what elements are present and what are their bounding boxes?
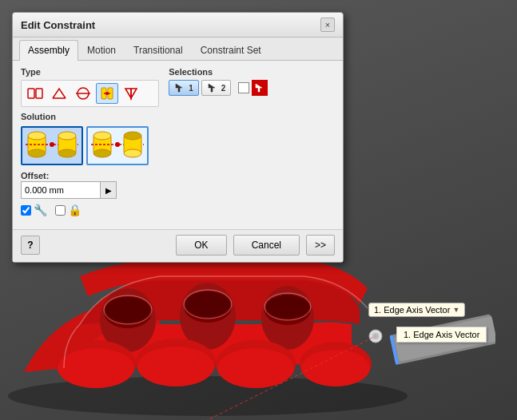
svg-point-34	[105, 92, 109, 95]
edit-constraint-dialog: Edit Constraint × Assembly Motion Transi…	[12, 12, 344, 263]
svg-point-41	[58, 132, 76, 140]
svg-point-44	[93, 132, 111, 140]
tooltip-dropdown-arrow[interactable]: ▼	[452, 306, 459, 314]
selection-red-icon[interactable]	[252, 80, 268, 96]
more-button[interactable]: >>	[306, 235, 335, 256]
ok-button[interactable]: OK	[176, 235, 226, 256]
type-angle-btn[interactable]	[48, 83, 70, 104]
svg-point-9	[266, 295, 309, 319]
check-2-input[interactable]	[55, 205, 66, 216]
svg-point-36	[28, 132, 46, 140]
svg-rect-27	[28, 89, 34, 98]
dialog-title: Edit Constraint	[21, 19, 95, 31]
dialog-titlebar: Edit Constraint ×	[13, 13, 343, 38]
dialog-buttons-row: ? OK Cancel >>	[13, 229, 343, 262]
solution-option-1-btn[interactable]	[21, 126, 83, 165]
check-2-icon: 🔒	[68, 204, 82, 216]
tab-assembly[interactable]: Assembly	[19, 40, 78, 61]
offset-input[interactable]	[21, 181, 101, 199]
selection-1-label: 1	[189, 84, 193, 93]
selection-checkbox[interactable]	[238, 82, 249, 93]
offset-label: Offset:	[21, 171, 49, 180]
help-button[interactable]: ?	[21, 236, 40, 255]
svg-point-14	[58, 348, 134, 388]
tab-constraint-set[interactable]: Constraint Set	[192, 40, 270, 60]
svg-point-50	[124, 132, 141, 140]
edge-axis-tooltip-popup: 1. Edge Axis Vector	[396, 327, 487, 343]
action-buttons-group: OK Cancel >>	[176, 235, 335, 256]
type-tangent-btn[interactable]	[72, 83, 94, 104]
offset-expand-btn[interactable]: ▶	[101, 181, 117, 199]
selection-2-btn[interactable]: 2	[201, 80, 232, 96]
svg-point-45	[93, 149, 111, 157]
type-label: Type	[21, 67, 159, 77]
svg-point-37	[28, 149, 46, 157]
bottom-checks-row: 🔧 🔒	[21, 204, 335, 216]
type-insert-btn[interactable]	[96, 83, 118, 104]
svg-point-6	[185, 291, 230, 317]
svg-point-3	[105, 297, 150, 323]
type-section: Type	[21, 67, 159, 107]
selection-1-btn[interactable]: 1	[169, 80, 199, 96]
svg-point-42	[58, 149, 76, 157]
selections-row: 1 2	[169, 80, 335, 96]
tab-transitional[interactable]: Transitional	[125, 40, 192, 60]
svg-point-18	[217, 348, 294, 388]
svg-point-49	[124, 149, 141, 157]
type-symmetric-btn[interactable]	[120, 83, 142, 104]
solution-label: Solution	[21, 112, 335, 121]
selections-label: Selections	[169, 67, 335, 77]
offset-row: Offset:	[21, 170, 335, 181]
selection-2-label: 2	[221, 84, 226, 93]
svg-point-16	[137, 347, 214, 386]
solution-section: Solution	[21, 112, 335, 165]
type-icon-row	[21, 80, 159, 107]
dialog-content: Type	[13, 61, 343, 229]
svg-point-39	[50, 142, 54, 147]
tab-motion[interactable]: Motion	[78, 40, 125, 60]
close-button[interactable]: ×	[320, 18, 335, 32]
check-item-2[interactable]: 🔒	[55, 204, 82, 216]
cancel-button[interactable]: Cancel	[233, 235, 300, 256]
edge-axis-tooltip-inline: 1. Edge Axis Vector ▼	[368, 303, 465, 317]
tooltip-popup-text: 1. Edge Axis Vector	[404, 330, 479, 339]
tooltip-inline-text: 1. Edge Axis Vector	[374, 305, 450, 315]
check-1-input[interactable]	[21, 205, 31, 216]
top-sections-row: Type	[21, 67, 335, 107]
check-item-1[interactable]: 🔧	[21, 204, 47, 216]
svg-rect-28	[36, 89, 42, 98]
checkbox-empty[interactable]	[238, 82, 249, 93]
selections-section: Selections 1 2	[169, 67, 335, 107]
tab-bar: Assembly Motion Transitional Constraint …	[13, 38, 343, 61]
check-1-icon: 🔧	[34, 204, 47, 216]
solution-option-2-btn[interactable]	[86, 126, 149, 165]
svg-point-47	[115, 142, 120, 147]
type-mate-btn[interactable]	[24, 83, 46, 104]
solution-options-row	[21, 126, 335, 165]
offset-input-row: ▶	[21, 181, 335, 199]
